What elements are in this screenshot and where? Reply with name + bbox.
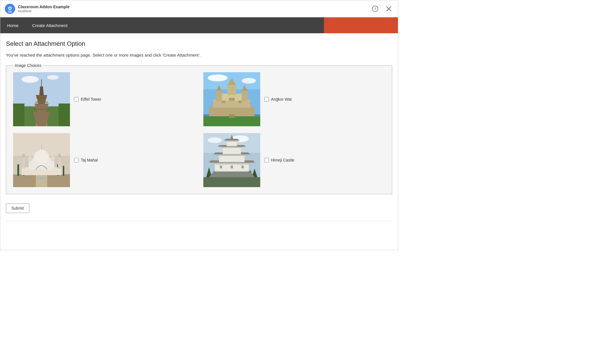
svg-point-55 [58,154,61,158]
app-icon [5,4,15,14]
submit-area: Submit [6,201,392,218]
svg-point-53 [22,154,25,158]
svg-rect-46 [37,177,46,179]
taj-mahal-image [13,133,70,187]
image-option-taj-mahal: Taj Mahal [13,133,192,187]
title-info: Classroom Addon Example localhost [18,5,70,13]
submit-button[interactable]: Submit [6,203,29,213]
app-title: Classroom Addon Example [18,5,70,9]
page-description: You've reached the attachment options pa… [6,53,392,57]
svg-point-3 [8,11,12,13]
himeji-castle-text: Himeji Castle [271,158,294,162]
close-button[interactable] [384,4,393,13]
angkor-wat-checkbox[interactable] [264,97,269,102]
title-bar: Classroom Addon Example localhost ? [0,0,398,17]
close-icon [386,6,391,11]
svg-rect-50 [63,166,64,176]
svg-point-61 [51,156,55,162]
title-bar-left: Classroom Addon Example localhost [5,4,70,14]
taj-mahal-checkbox[interactable] [74,158,78,162]
image-option-himeji-castle: Himeji Castle [203,133,385,187]
image-option-angkor-wat: Angkor Wat [203,72,385,126]
svg-rect-80 [227,142,237,146]
svg-rect-13 [59,104,70,126]
svg-rect-39 [229,98,235,101]
bottom-divider [6,221,392,221]
himeji-castle-image [203,133,260,187]
image-choices-legend: Image Choices [13,63,43,68]
svg-rect-74 [219,156,245,162]
svg-rect-47 [17,164,19,176]
svg-point-25 [208,75,228,81]
svg-rect-36 [242,91,247,101]
svg-rect-32 [228,85,236,95]
svg-point-10 [47,75,59,80]
help-icon: ? [372,6,378,12]
svg-point-64 [208,137,222,143]
eiffel-tower-image [13,72,70,126]
angkor-wat-label[interactable]: Angkor Wat [264,97,292,102]
svg-rect-38 [229,114,235,118]
page-title: Select an Attachment Option [6,40,392,47]
taj-mahal-text: Taj Mahal [81,158,98,162]
nav-item-home[interactable]: Home [0,17,25,33]
nav-create-attachment-label: Create Attachment [32,23,67,28]
svg-rect-77 [223,148,241,154]
nav-action-button[interactable] [324,17,398,33]
images-grid: Eiffel Tower [13,72,385,187]
svg-marker-82 [224,139,240,140]
image-choices-fieldset: Image Choices [6,63,392,194]
app-subtitle: localhost [18,9,70,13]
himeji-castle-checkbox[interactable] [264,158,269,162]
nav-item-create-attachment[interactable]: Create Attachment [25,17,74,33]
title-bar-right: ? [371,4,393,13]
svg-rect-28 [203,116,260,126]
svg-point-60 [28,156,32,162]
angkor-wat-image [203,72,260,126]
svg-rect-66 [203,177,260,187]
svg-rect-84 [220,166,222,168]
svg-rect-34 [216,91,222,101]
taj-mahal-label[interactable]: Taj Mahal [74,158,98,162]
angkor-wat-text: Angkor Wat [271,97,292,102]
nav-bar: Home Create Attachment [0,17,398,33]
svg-rect-12 [13,104,24,126]
eiffel-tower-label[interactable]: Eiffel Tower [74,97,101,102]
svg-point-9 [22,76,39,83]
svg-point-2 [9,7,11,9]
svg-point-26 [242,78,256,84]
main-content: Select an Attachment Option You've reach… [0,33,398,228]
svg-rect-86 [231,166,233,168]
help-button[interactable]: ? [371,4,380,13]
image-option-eiffel-tower: Eiffel Tower [13,72,192,126]
svg-point-58 [35,151,48,166]
svg-rect-45 [36,174,47,187]
svg-rect-41 [238,101,242,103]
eiffel-tower-checkbox[interactable] [74,97,78,102]
himeji-castle-label[interactable]: Himeji Castle [264,158,294,162]
eiffel-tower-text: Eiffel Tower [81,97,101,102]
svg-rect-85 [241,166,244,168]
svg-text:?: ? [374,7,376,11]
svg-rect-40 [222,101,225,103]
